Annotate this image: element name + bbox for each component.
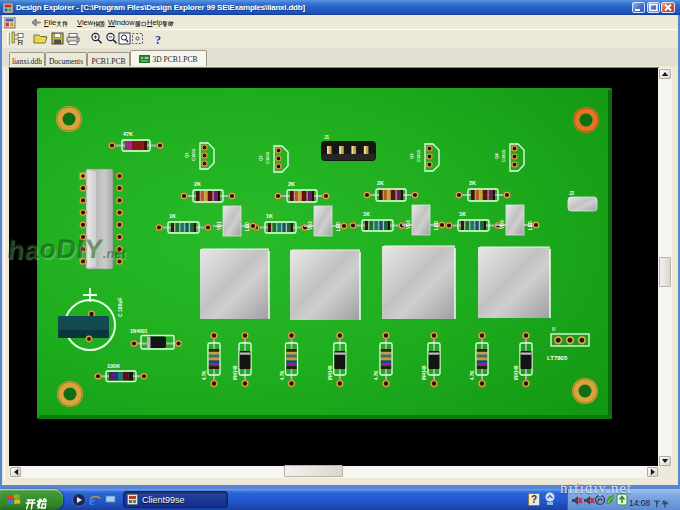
svg-text:4.7K: 4.7K — [374, 370, 379, 380]
svg-text:1K: 1K — [169, 213, 176, 219]
svg-text:LED: LED — [434, 220, 439, 230]
svg-text:2K: 2K — [288, 181, 295, 187]
svg-text:R: R — [18, 38, 24, 47]
svg-text:IN4148: IN4148 — [422, 365, 427, 380]
svg-text:1K: 1K — [363, 211, 370, 217]
svg-text:4.7K: 4.7K — [280, 370, 285, 380]
svg-text:Q2: Q2 — [258, 155, 263, 161]
svg-text:100K: 100K — [107, 363, 120, 369]
svg-text:2K: 2K — [194, 181, 201, 187]
svg-text:?: ? — [155, 33, 161, 47]
svg-text:47K: 47K — [123, 131, 133, 137]
svg-text:1K: 1K — [459, 211, 466, 217]
svg-text:VD1: VD1 — [217, 221, 222, 230]
svg-text:2K: 2K — [469, 180, 476, 186]
svg-text:IN4148: IN4148 — [514, 365, 519, 380]
svg-text:1N4001: 1N4001 — [130, 328, 148, 334]
svg-text:1K: 1K — [266, 213, 273, 219]
svg-text:J1: J1 — [324, 135, 330, 140]
svg-text:J2: J2 — [569, 191, 575, 196]
svg-text:C1815: C1815 — [265, 151, 270, 164]
svg-text:Q3: Q3 — [409, 153, 414, 159]
svg-text:Q4: Q4 — [494, 153, 499, 159]
svg-text:LED: LED — [336, 221, 341, 231]
svg-text:VD2: VD2 — [308, 221, 313, 230]
svg-text:VD4: VD4 — [500, 220, 505, 229]
svg-text:LED: LED — [528, 220, 533, 230]
svg-text:Q1: Q1 — [184, 152, 189, 158]
svg-text:IN4148: IN4148 — [233, 365, 238, 380]
svg-text:C 100uF: C 100uF — [117, 298, 123, 317]
svg-text:IN4148: IN4148 — [328, 365, 333, 380]
svg-text:e: e — [89, 493, 95, 507]
svg-text:LT7805: LT7805 — [547, 355, 568, 361]
svg-text:2K: 2K — [377, 180, 384, 186]
svg-text:LED: LED — [245, 221, 250, 231]
svg-text:U: U — [552, 327, 555, 332]
svg-text:4.7K: 4.7K — [202, 370, 207, 380]
svg-text:?: ? — [531, 494, 537, 505]
svg-text:4.7K: 4.7K — [470, 370, 475, 380]
svg-text:VD3: VD3 — [406, 220, 411, 229]
svg-text:C1815: C1815 — [191, 148, 196, 161]
svg-text:C1815: C1815 — [416, 149, 421, 162]
svg-text:C1815: C1815 — [501, 149, 506, 162]
